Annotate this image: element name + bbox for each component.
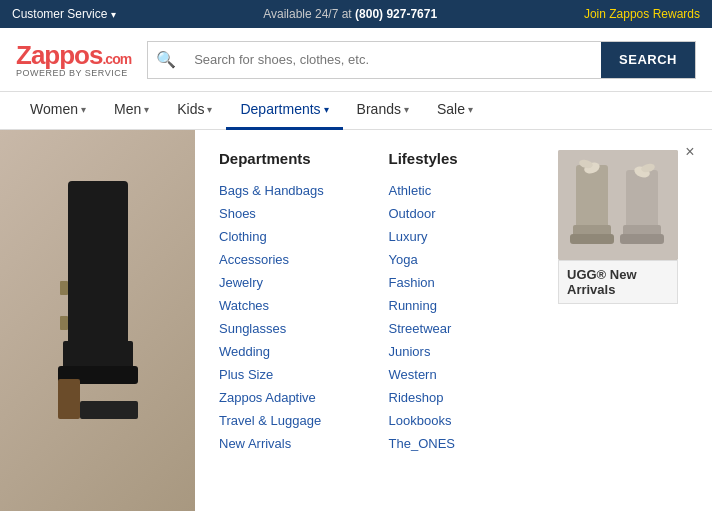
promo-column: UGG® New Arrivals xyxy=(558,150,688,491)
departments-heading: Departments xyxy=(219,150,389,167)
phone-link[interactable]: (800) 927-7671 xyxy=(355,7,437,21)
main-nav: Women▾ Men▾ Kids▾ Departments▾ Brands▾ S… xyxy=(0,92,712,130)
nav-departments-label: Departments xyxy=(240,101,320,117)
dept-link-watches[interactable]: Watches xyxy=(219,294,389,317)
logo-wordmark: Zappos.com xyxy=(16,42,131,68)
lifestyle-link-fashion[interactable]: Fashion xyxy=(389,271,559,294)
departments-column: Departments Bags & Handbags Shoes Clothi… xyxy=(219,150,389,491)
close-button[interactable]: × xyxy=(678,140,702,164)
chevron-down-icon: ▾ xyxy=(207,104,212,115)
lifestyle-link-yoga[interactable]: Yoga xyxy=(389,248,559,271)
nav-item-sale[interactable]: Sale▾ xyxy=(423,92,487,130)
dept-link-bags[interactable]: Bags & Handbags xyxy=(219,179,389,202)
nav-item-women[interactable]: Women▾ xyxy=(16,92,100,130)
dept-link-wedding[interactable]: Wedding xyxy=(219,340,389,363)
lifestyles-heading: Lifestyles xyxy=(389,150,559,167)
svg-rect-15 xyxy=(620,234,664,244)
rewards-label: Join Zappos Rewards xyxy=(584,7,700,21)
dept-link-zappos-adaptive[interactable]: Zappos Adaptive xyxy=(219,386,389,409)
svg-rect-0 xyxy=(68,181,128,361)
chevron-down-icon: ▾ xyxy=(468,104,473,115)
svg-rect-8 xyxy=(576,165,608,230)
lifestyle-link-streetwear[interactable]: Streetwear xyxy=(389,317,559,340)
lifestyle-link-the-ones[interactable]: The_ONES xyxy=(389,432,559,455)
dept-link-jewelry[interactable]: Jewelry xyxy=(219,271,389,294)
search-input[interactable] xyxy=(184,42,601,78)
lifestyle-link-western[interactable]: Western xyxy=(389,363,559,386)
lifestyle-link-rideshop[interactable]: Rideshop xyxy=(389,386,559,409)
dept-link-plus-size[interactable]: Plus Size xyxy=(219,363,389,386)
rewards-link[interactable]: Join Zappos Rewards xyxy=(584,7,700,21)
chevron-down-icon: ▾ xyxy=(404,104,409,115)
top-bar: Customer Service ▾ Available 24/7 at (80… xyxy=(0,0,712,28)
nav-kids-label: Kids xyxy=(177,101,204,117)
promo-image[interactable] xyxy=(558,150,678,260)
lifestyle-link-athletic[interactable]: Athletic xyxy=(389,179,559,202)
nav-women-label: Women xyxy=(30,101,78,117)
dept-link-sunglasses[interactable]: Sunglasses xyxy=(219,317,389,340)
svg-rect-6 xyxy=(80,401,138,419)
svg-rect-10 xyxy=(570,234,614,244)
nav-item-men[interactable]: Men▾ xyxy=(100,92,163,130)
dept-link-travel-luggage[interactable]: Travel & Luggage xyxy=(219,409,389,432)
lifestyle-link-lookbooks[interactable]: Lookbooks xyxy=(389,409,559,432)
customer-service-menu[interactable]: Customer Service ▾ xyxy=(12,7,116,21)
promo-label[interactable]: UGG® New Arrivals xyxy=(558,260,678,304)
boot-svg xyxy=(38,161,158,481)
promo-boot-svg xyxy=(558,150,678,260)
nav-brands-label: Brands xyxy=(357,101,401,117)
nav-item-kids[interactable]: Kids▾ xyxy=(163,92,226,130)
dept-link-shoes[interactable]: Shoes xyxy=(219,202,389,225)
logo-zappos: Zappos xyxy=(16,40,102,70)
lifestyle-link-outdoor[interactable]: Outdoor xyxy=(389,202,559,225)
header: Zappos.com POWERED BY SERVICE 🔍 SEARCH xyxy=(0,28,712,92)
hero-image xyxy=(0,130,195,511)
nav-men-label: Men xyxy=(114,101,141,117)
svg-rect-4 xyxy=(60,316,68,330)
chevron-down-icon: ▾ xyxy=(111,9,116,20)
search-button[interactable]: SEARCH xyxy=(601,42,695,78)
chevron-down-icon: ▾ xyxy=(324,104,329,115)
lifestyles-column: Lifestyles Athletic Outdoor Luxury Yoga … xyxy=(389,150,559,491)
logo-tagline: POWERED BY SERVICE xyxy=(16,68,128,78)
svg-rect-13 xyxy=(626,170,658,230)
logo[interactable]: Zappos.com POWERED BY SERVICE xyxy=(16,42,131,78)
main-content: × Departments Bags & Handbags Shoes Clot… xyxy=(0,130,712,511)
dept-link-clothing[interactable]: Clothing xyxy=(219,225,389,248)
departments-dropdown: × Departments Bags & Handbags Shoes Clot… xyxy=(195,130,712,511)
dept-link-new-arrivals[interactable]: New Arrivals xyxy=(219,432,389,455)
dept-link-accessories[interactable]: Accessories xyxy=(219,248,389,271)
chevron-down-icon: ▾ xyxy=(81,104,86,115)
availability-text: Available 24/7 at xyxy=(263,7,352,21)
nav-item-brands[interactable]: Brands▾ xyxy=(343,92,423,130)
logo-com: .com xyxy=(102,51,131,67)
lifestyle-link-running[interactable]: Running xyxy=(389,294,559,317)
availability-info: Available 24/7 at (800) 927-7671 xyxy=(263,7,437,21)
svg-rect-3 xyxy=(60,281,68,295)
lifestyle-link-juniors[interactable]: Juniors xyxy=(389,340,559,363)
search-bar: 🔍 SEARCH xyxy=(147,41,696,79)
lifestyle-link-luxury[interactable]: Luxury xyxy=(389,225,559,248)
nav-sale-label: Sale xyxy=(437,101,465,117)
svg-rect-5 xyxy=(58,379,80,419)
nav-item-departments[interactable]: Departments▾ xyxy=(226,92,342,130)
search-icon: 🔍 xyxy=(148,42,184,78)
customer-service-label: Customer Service xyxy=(12,7,107,21)
chevron-down-icon: ▾ xyxy=(144,104,149,115)
